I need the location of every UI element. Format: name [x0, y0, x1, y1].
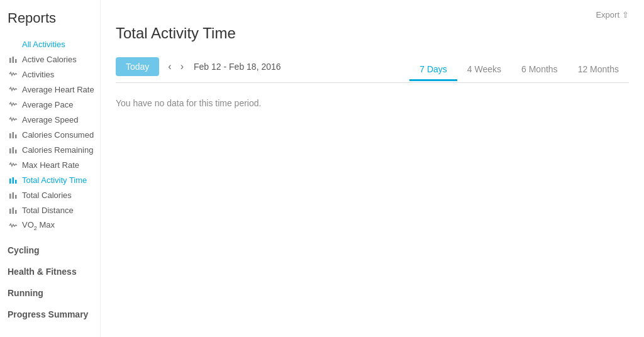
- sidebar-item-label: Activities: [22, 70, 54, 79]
- svg-rect-2: [15, 59, 17, 63]
- activity-icon: [8, 69, 19, 79]
- bar-chart-icon4: [8, 190, 19, 200]
- svg-rect-14: [15, 195, 17, 199]
- sidebar-item-label: Calories Consumed: [22, 130, 94, 140]
- bar-chart-active-icon: [8, 175, 19, 185]
- export-icon: ⇧: [622, 10, 629, 19]
- sidebar-item-vo2-max[interactable]: VO2 Max: [5, 218, 100, 234]
- bar-chart-icon: [8, 54, 19, 64]
- svg-rect-11: [15, 180, 17, 184]
- sidebar-item-label: Average Pace: [22, 100, 73, 109]
- svg-rect-16: [13, 207, 14, 214]
- section-health-fitness[interactable]: Health & Fitness: [5, 267, 100, 277]
- svg-rect-13: [13, 192, 14, 199]
- tab-7-days[interactable]: 7 Days: [409, 59, 457, 81]
- sidebar-item-total-distance[interactable]: Total Distance: [5, 202, 100, 218]
- sidebar-item-activities[interactable]: Activities: [5, 67, 100, 82]
- svg-rect-1: [13, 57, 14, 63]
- svg-rect-15: [9, 209, 11, 214]
- page-title: Total Activity Time: [116, 25, 629, 42]
- sidebar-item-active-calories[interactable]: Active Calories: [5, 52, 100, 67]
- export-label: Export: [596, 10, 619, 19]
- sidebar-item-label: Total Distance: [22, 206, 74, 215]
- sidebar-item-calories-remaining[interactable]: Calories Remaining: [5, 142, 100, 157]
- sidebar-item-avg-speed[interactable]: Average Speed: [5, 112, 100, 127]
- controls-bar: Today ‹ › Feb 12 - Feb 18, 2016 7 Days 4…: [116, 57, 629, 83]
- svg-rect-7: [13, 147, 14, 153]
- prev-arrow-button[interactable]: ‹: [164, 58, 175, 75]
- svg-rect-17: [15, 210, 17, 214]
- sidebar: Reports All Activities Active Calories: [0, 0, 101, 337]
- all-activities-icon: [8, 39, 19, 49]
- sidebar-item-label: Active Calories: [22, 55, 77, 64]
- all-activities-label: All Activities: [22, 40, 65, 49]
- sidebar-item-label: Average Speed: [22, 115, 78, 124]
- activity-icon3: [8, 99, 19, 109]
- bar-chart-icon2: [8, 130, 19, 140]
- svg-rect-9: [9, 179, 11, 184]
- sidebar-item-label: Max Heart Rate: [22, 160, 79, 170]
- svg-rect-10: [13, 177, 14, 184]
- svg-rect-4: [13, 132, 14, 138]
- sidebar-item-label: Total Activity Time: [22, 175, 87, 185]
- sidebar-item-label: Total Calories: [22, 191, 72, 200]
- svg-rect-12: [9, 194, 11, 199]
- sidebar-item-all-activities[interactable]: All Activities: [5, 36, 100, 52]
- nav-arrows: ‹ ›: [164, 58, 187, 75]
- svg-rect-6: [9, 148, 11, 153]
- tab-4-weeks[interactable]: 4 Weeks: [457, 59, 511, 81]
- sidebar-item-label: Average Heart Rate: [22, 85, 94, 94]
- sidebar-item-max-heart-rate[interactable]: Max Heart Rate: [5, 157, 100, 172]
- activity-icon6: [8, 221, 19, 231]
- time-tabs: 7 Days 4 Weeks 6 Months 12 Months: [409, 59, 629, 80]
- date-range: Feb 12 - Feb 18, 2016: [194, 62, 281, 72]
- bar-chart-icon5: [8, 205, 19, 215]
- tab-6-months[interactable]: 6 Months: [511, 59, 568, 81]
- main-content: Export ⇧ Total Activity Time Today ‹ › F…: [101, 0, 644, 337]
- section-progress-summary[interactable]: Progress Summary: [5, 309, 100, 319]
- sidebar-item-label: VO2 Max: [22, 220, 55, 231]
- sidebar-item-label: Calories Remaining: [22, 145, 93, 155]
- activity-icon4: [8, 114, 19, 124]
- sidebar-item-avg-pace[interactable]: Average Pace: [5, 97, 100, 112]
- svg-rect-3: [9, 133, 11, 138]
- activity-icon2: [8, 84, 19, 94]
- tab-12-months[interactable]: 12 Months: [568, 59, 629, 81]
- svg-rect-8: [15, 150, 17, 153]
- sidebar-item-total-activity-time[interactable]: Total Activity Time: [5, 172, 100, 187]
- sidebar-item-total-calories[interactable]: Total Calories: [5, 187, 100, 202]
- sidebar-item-avg-heart-rate[interactable]: Average Heart Rate: [5, 82, 100, 97]
- section-cycling[interactable]: Cycling: [5, 245, 100, 255]
- bar-chart-icon3: [8, 145, 19, 155]
- export-bar: Export ⇧: [116, 10, 629, 19]
- today-button[interactable]: Today: [116, 57, 159, 76]
- svg-rect-5: [15, 135, 17, 138]
- no-data-message: You have no data for this time period.: [116, 98, 629, 108]
- activity-icon5: [8, 160, 19, 170]
- app-title: Reports: [5, 10, 100, 26]
- export-button[interactable]: Export ⇧: [596, 10, 629, 19]
- next-arrow-button[interactable]: ›: [177, 58, 187, 75]
- svg-rect-0: [9, 58, 11, 63]
- sidebar-item-calories-consumed[interactable]: Calories Consumed: [5, 127, 100, 142]
- section-running[interactable]: Running: [5, 288, 100, 298]
